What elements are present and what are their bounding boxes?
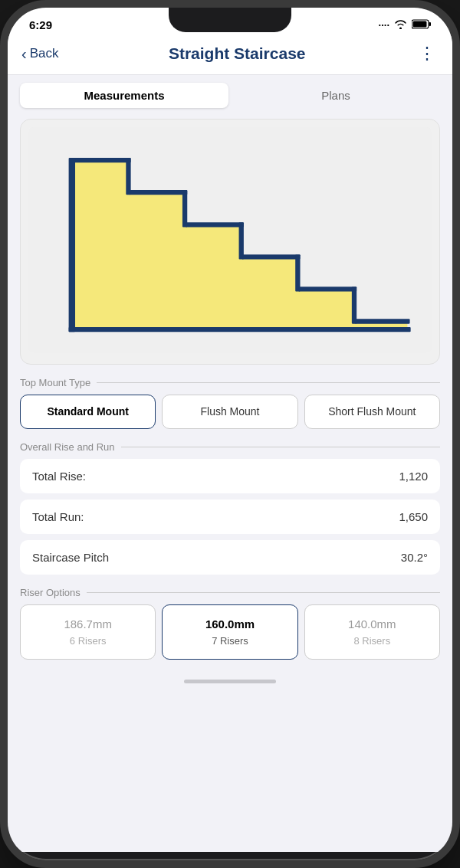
riser-7-button[interactable]: 160.0mm 7 Risers (162, 604, 297, 660)
staircase-pitch-label: Staircase Pitch (32, 551, 109, 564)
svg-rect-17 (69, 327, 411, 332)
mount-short-flush-button[interactable]: Short Flush Mount (304, 395, 440, 430)
mount-type-section-label: Top Mount Type (8, 374, 452, 395)
tab-measurements[interactable]: Measurements (20, 83, 228, 108)
riser-options: 186.7mm 6 Risers 160.0mm 7 Risers 140.0m… (8, 604, 452, 675)
back-chevron-icon: ‹ (21, 45, 27, 63)
riser-7-mm: 160.0mm (169, 616, 291, 634)
svg-rect-16 (69, 158, 75, 332)
status-bar: 6:29 ···· (8, 8, 452, 36)
total-run-value: 1,650 (399, 510, 428, 523)
wifi-icon (394, 19, 407, 31)
riser-6-mm: 186.7mm (27, 616, 149, 634)
svg-rect-8 (182, 190, 187, 227)
signal-icon: ···· (379, 19, 389, 31)
mount-standard-button[interactable]: Standard Mount (20, 395, 156, 430)
staircase-pitch-row: Staircase Pitch 30.2° (20, 540, 440, 575)
svg-rect-9 (186, 222, 244, 227)
battery-icon (412, 19, 431, 31)
riser-6-count: 6 Risers (27, 634, 149, 649)
status-time: 6:29 (29, 18, 52, 31)
tab-plans[interactable]: Plans (232, 83, 440, 108)
total-rise-row: Total Rise: 1,120 (20, 459, 440, 493)
svg-rect-5 (73, 158, 131, 162)
svg-rect-15 (355, 319, 410, 323)
svg-rect-2 (429, 22, 432, 26)
page-title: Straight Staircase (169, 44, 306, 63)
status-icons: ···· (379, 19, 431, 31)
riser-options-section-label: Riser Options (8, 584, 452, 604)
svg-rect-11 (242, 254, 301, 259)
rise-run-section-label: Overall Rise and Run (8, 438, 452, 459)
nav-bar: ‹ Back Straight Staircase ⋮ (8, 36, 452, 75)
svg-rect-6 (126, 158, 130, 195)
mount-flush-button[interactable]: Flush Mount (162, 395, 297, 430)
riser-7-count: 7 Risers (169, 634, 291, 649)
riser-8-mm: 140.0mm (311, 616, 433, 634)
more-button[interactable]: ⋮ (416, 44, 439, 64)
back-label: Back (30, 46, 59, 61)
phone-frame: 6:29 ···· ‹ Ba (0, 0, 460, 868)
svg-rect-10 (239, 222, 244, 259)
back-button[interactable]: ‹ Back (21, 45, 58, 63)
screen-content: ‹ Back Straight Staircase ⋮ Measurements… (8, 36, 452, 852)
riser-6-button[interactable]: 186.7mm 6 Risers (20, 604, 156, 660)
home-indicator (8, 675, 452, 691)
svg-rect-7 (130, 190, 188, 195)
svg-rect-14 (352, 287, 356, 323)
svg-rect-1 (413, 21, 427, 27)
home-bar (184, 680, 276, 683)
total-run-label: Total Run: (32, 510, 84, 523)
total-rise-value: 1,120 (399, 470, 428, 483)
staircase-pitch-value: 30.2° (401, 551, 428, 564)
measurement-rows: Total Rise: 1,120 Total Run: 1,650 Stair… (8, 459, 452, 584)
svg-rect-12 (295, 254, 300, 291)
total-rise-label: Total Rise: (32, 470, 86, 483)
riser-8-button[interactable]: 140.0mm 8 Risers (304, 604, 440, 660)
riser-8-count: 8 Risers (311, 634, 433, 649)
svg-rect-13 (298, 287, 356, 291)
staircase-diagram (20, 119, 440, 365)
tab-bar: Measurements Plans (8, 75, 452, 116)
total-run-row: Total Run: 1,650 (20, 500, 440, 534)
mount-options: Standard Mount Flush Mount Short Flush M… (8, 395, 452, 439)
